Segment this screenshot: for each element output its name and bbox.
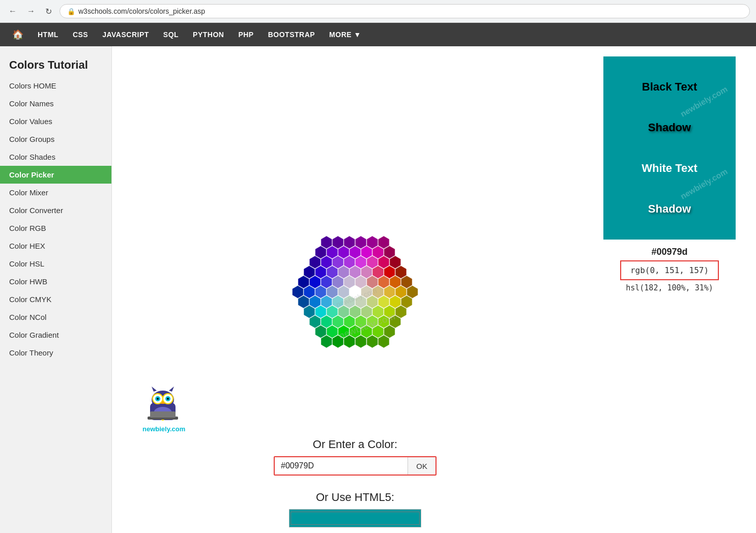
svg-marker-69: [390, 316, 400, 328]
color-wheel[interactable]: newbiely.com: [276, 56, 434, 373]
svg-marker-33: [333, 276, 343, 288]
svg-marker-41: [327, 246, 338, 258]
svg-marker-38: [361, 325, 372, 338]
svg-point-101: [157, 398, 159, 400]
nav-sql[interactable]: SQL: [156, 23, 186, 46]
svg-marker-1: [298, 296, 309, 308]
sidebar: Colors Tutorial Colors HOME Color Names …: [0, 46, 112, 533]
svg-marker-30: [315, 246, 326, 258]
svg-marker-8: [310, 296, 321, 308]
sidebar-item-color-mixer[interactable]: Color Mixer: [0, 184, 111, 201]
svg-marker-52: [338, 246, 349, 258]
nav-css[interactable]: CSS: [66, 23, 95, 46]
sidebar-item-color-shades[interactable]: Color Shades: [0, 148, 111, 166]
svg-marker-28: [350, 325, 361, 338]
svg-marker-68: [384, 306, 395, 318]
sidebar-item-color-hwb[interactable]: Color HWB: [0, 273, 111, 290]
sidebar-item-color-hex[interactable]: Color HEX: [0, 237, 111, 255]
svg-marker-104: [169, 387, 174, 392]
svg-marker-49: [373, 325, 384, 338]
svg-marker-17: [327, 306, 338, 318]
lock-icon: 🔒: [67, 8, 75, 15]
sidebar-item-color-theory[interactable]: Color Theory: [0, 344, 111, 362]
html5-color-section: Or Use HTML5:: [289, 484, 421, 527]
nav-javascript[interactable]: JAVASCRIPT: [95, 23, 156, 46]
svg-marker-7: [304, 286, 315, 298]
preview-white-text: White Text: [642, 162, 697, 175]
sidebar-item-colors-home[interactable]: Colors HOME: [0, 77, 111, 95]
svg-marker-53: [344, 256, 355, 269]
svg-marker-74: [379, 276, 389, 288]
svg-marker-58: [373, 306, 384, 318]
svg-marker-81: [384, 266, 395, 278]
html5-title: Or Use HTML5:: [289, 491, 421, 504]
svg-marker-31: [321, 256, 332, 269]
enter-color-title: Or Enter a Color:: [274, 438, 437, 451]
svg-marker-29: [356, 336, 366, 348]
svg-point-102: [167, 398, 169, 400]
svg-marker-71: [361, 246, 372, 258]
svg-marker-79: [373, 246, 384, 258]
sidebar-item-color-rgb[interactable]: Color RGB: [0, 219, 111, 237]
nav-bootstrap[interactable]: BOOTSTRAP: [261, 23, 322, 46]
color-wheel-svg[interactable]: [276, 56, 434, 214]
sidebar-item-color-converter[interactable]: Color Converter: [0, 201, 111, 219]
address-bar[interactable]: 🔒 w3schools.com/colors/colors_picker.asp: [60, 4, 750, 18]
svg-marker-32: [327, 266, 338, 278]
svg-marker-103: [152, 387, 157, 392]
svg-marker-13: [304, 266, 315, 278]
svg-marker-19: [338, 325, 349, 338]
browser-chrome: ← → ↻ 🔒 w3schools.com/colors/colors_pick…: [0, 0, 756, 23]
svg-marker-87: [390, 256, 400, 269]
sidebar-item-color-ncol[interactable]: Color NCol: [0, 308, 111, 326]
svg-marker-64: [361, 266, 372, 278]
svg-marker-83: [396, 286, 406, 298]
svg-marker-21: [310, 256, 321, 269]
svg-marker-40: [321, 236, 332, 249]
svg-marker-62: [350, 246, 361, 258]
color-hsl-label: hsl(182, 100%, 31%): [620, 283, 719, 292]
sidebar-item-color-values[interactable]: Color Values: [0, 112, 111, 130]
sidebar-item-color-groups[interactable]: Color Groups: [0, 130, 111, 148]
preview-shadow-black: Shadow: [648, 121, 691, 134]
svg-marker-57: [367, 296, 377, 308]
color-input-field[interactable]: [275, 457, 408, 475]
ok-button[interactable]: OK: [408, 457, 435, 475]
sidebar-item-color-picker[interactable]: Color Picker: [0, 166, 111, 184]
sidebar-item-color-names[interactable]: Color Names: [0, 95, 111, 112]
main-content: newbiely.com: [112, 46, 756, 533]
svg-marker-23: [321, 276, 332, 288]
nav-more[interactable]: MORE ▼: [322, 23, 368, 46]
html5-color-input[interactable]: [289, 509, 421, 527]
home-nav-button[interactable]: 🏠: [5, 23, 31, 46]
reload-button[interactable]: ↻: [43, 6, 54, 17]
sidebar-item-color-hsl[interactable]: Color HSL: [0, 255, 111, 273]
nav-php[interactable]: PHP: [231, 23, 260, 46]
svg-marker-15: [315, 286, 326, 298]
svg-marker-10: [321, 316, 332, 328]
svg-marker-75: [384, 286, 395, 298]
svg-marker-22: [315, 266, 326, 278]
center-panel: newbiely.com: [127, 56, 583, 533]
svg-marker-82: [390, 276, 400, 288]
svg-marker-73: [373, 266, 384, 278]
nav-python[interactable]: PYTHON: [186, 23, 231, 46]
owl-mascot: newbiely.com: [142, 383, 185, 433]
svg-marker-43: [338, 266, 349, 278]
svg-marker-12: [333, 336, 343, 348]
sidebar-title: Colors Tutorial: [0, 51, 111, 77]
svg-marker-18: [333, 316, 343, 328]
svg-marker-6: [298, 276, 309, 288]
svg-marker-50: [379, 336, 389, 348]
forward-button[interactable]: →: [24, 6, 38, 17]
svg-marker-85: [379, 236, 389, 249]
sidebar-item-color-gradient[interactable]: Color Gradient: [0, 326, 111, 344]
svg-marker-67: [379, 296, 389, 308]
sidebar-item-color-cmyk[interactable]: Color CMYK: [0, 290, 111, 308]
color-input-row: OK: [274, 456, 437, 476]
preview-black-text: Black Text: [642, 80, 697, 94]
svg-marker-76: [390, 296, 400, 308]
nav-html[interactable]: HTML: [31, 23, 66, 46]
preview-shadow-white: Shadow: [648, 202, 691, 216]
back-button[interactable]: ←: [6, 6, 19, 17]
